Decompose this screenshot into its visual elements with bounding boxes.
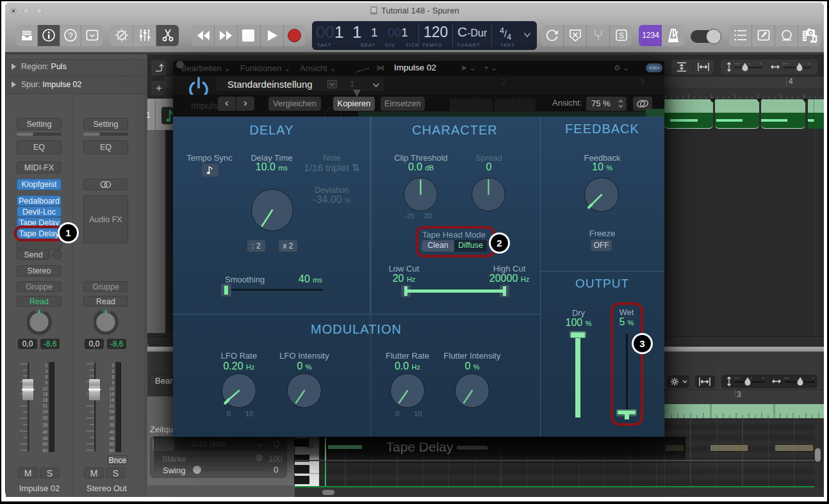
svg-text:S: S — [619, 31, 624, 40]
svg-text:?: ? — [68, 31, 72, 40]
